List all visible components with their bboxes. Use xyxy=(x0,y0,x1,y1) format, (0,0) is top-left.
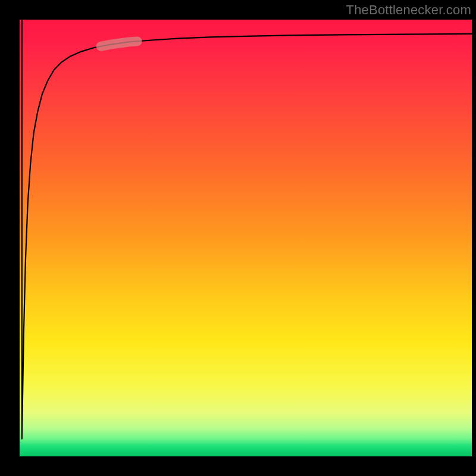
curve-layer xyxy=(20,20,472,456)
plot-area xyxy=(20,20,472,456)
attribution-label: TheBottlenecker.com xyxy=(346,2,471,18)
highlight-segment xyxy=(101,41,137,46)
chart-frame: TheBottlenecker.com xyxy=(0,0,476,476)
bottleneck-curve xyxy=(22,20,472,439)
